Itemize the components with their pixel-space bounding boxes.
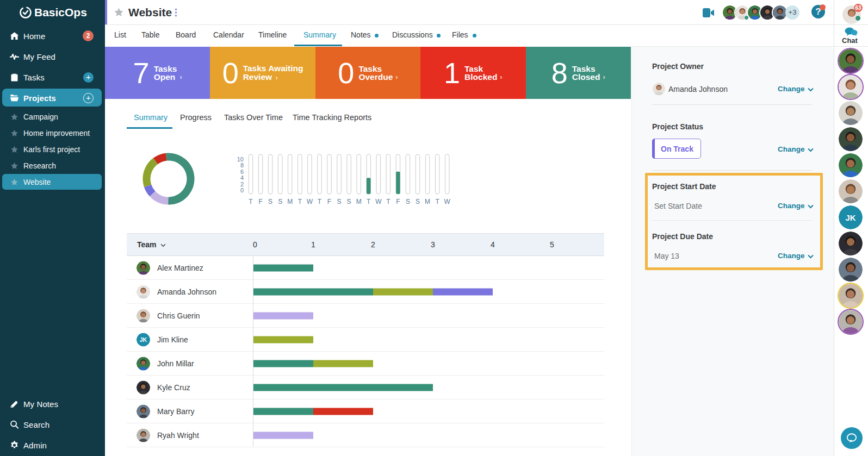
svg-text:M: M xyxy=(356,198,362,205)
svg-text:S: S xyxy=(337,198,341,205)
svg-text:T: T xyxy=(318,198,322,205)
svg-text:T: T xyxy=(367,198,371,205)
svg-text:W: W xyxy=(444,198,451,205)
svg-text:S: S xyxy=(406,198,410,205)
svg-text:T: T xyxy=(386,198,390,205)
svg-text:W: W xyxy=(307,198,313,205)
svg-text:T: T xyxy=(435,198,439,205)
svg-text:10: 10 xyxy=(237,156,244,163)
svg-text:F: F xyxy=(258,198,262,205)
svg-text:F: F xyxy=(396,198,400,205)
svg-text:F: F xyxy=(327,198,331,205)
svg-text:S: S xyxy=(268,198,272,205)
svg-text:8: 8 xyxy=(240,162,244,168)
svg-text:S: S xyxy=(416,198,420,205)
svg-text:M: M xyxy=(287,198,293,205)
svg-text:M: M xyxy=(425,198,430,205)
svg-text:S: S xyxy=(278,198,282,205)
svg-text:2: 2 xyxy=(240,181,244,188)
svg-text:6: 6 xyxy=(240,168,244,175)
svg-text:T: T xyxy=(249,198,253,205)
svg-text:JK: JK xyxy=(846,214,856,222)
svg-text:JK: JK xyxy=(140,336,147,342)
svg-text:4: 4 xyxy=(240,174,244,181)
svg-text:0: 0 xyxy=(240,187,244,193)
svg-text:T: T xyxy=(298,198,302,205)
svg-text:W: W xyxy=(375,198,382,205)
svg-text:S: S xyxy=(347,198,351,205)
